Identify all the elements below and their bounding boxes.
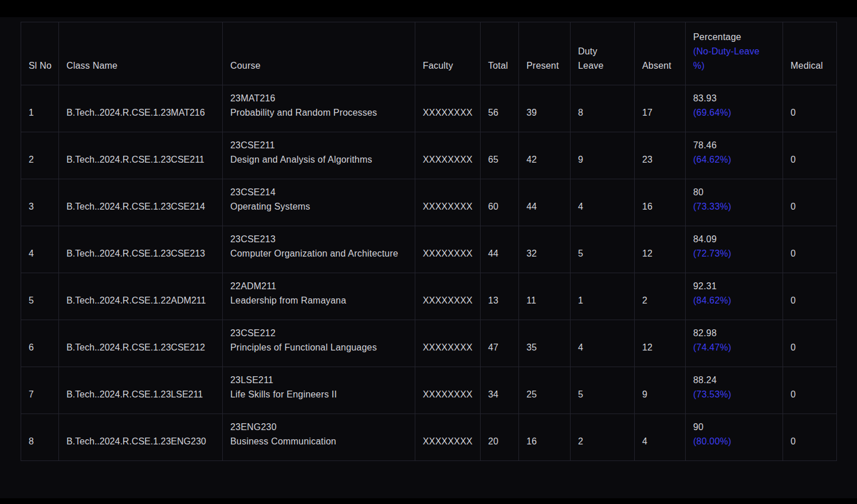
course-title: Operating Systems (230, 199, 401, 214)
course-title: Business Communication (230, 434, 401, 448)
cell-total: 65 (481, 132, 519, 179)
cell-present: 35 (519, 320, 571, 367)
cell-percentage: 83.93 (69.64%) (686, 85, 783, 132)
table-row[interactable]: 8 B.Tech..2024.R.CSE.1.23ENG230 23ENG230… (21, 414, 837, 461)
cell-absent: 9 (635, 367, 686, 414)
cell-percentage: 78.46 (64.62%) (686, 132, 783, 179)
cell-course: 23MAT216 Probability and Random Processe… (223, 85, 415, 132)
cell-class-name: B.Tech..2024.R.CSE.1.23CSE214 (59, 179, 223, 226)
table-body: 1 B.Tech..2024.R.CSE.1.23MAT216 23MAT216… (21, 85, 837, 461)
cell-sl-no: 2 (21, 132, 59, 179)
table-header: Sl No Class Name Course Faculty Total Pr… (21, 22, 837, 85)
cell-absent: 4 (635, 414, 686, 461)
cell-percentage: 88.24 (73.53%) (686, 367, 783, 414)
column-header-percentage: Percentage (No-Duty-Leave %) (686, 22, 783, 85)
cell-total: 13 (481, 273, 519, 320)
column-header-faculty: Faculty (415, 22, 481, 85)
cell-absent: 17 (635, 85, 686, 132)
column-header-course: Course (223, 22, 415, 85)
percentage-no-duty-value: (69.64%) (693, 105, 777, 120)
cell-class-name: B.Tech..2024.R.CSE.1.22ADM211 (59, 273, 223, 320)
table-row[interactable]: 3 B.Tech..2024.R.CSE.1.23CSE214 23CSE214… (21, 179, 837, 226)
percentage-value: 82.98 (693, 326, 777, 340)
column-header-present: Present (519, 22, 571, 85)
course-title: Computer Organization and Architecture (230, 246, 401, 261)
cell-present: 32 (519, 226, 571, 273)
percentage-no-duty-value: (84.62%) (693, 293, 777, 308)
course-title: Design and Analysis of Algorithms (230, 152, 401, 167)
table-row[interactable]: 7 B.Tech..2024.R.CSE.1.23LSE211 23LSE211… (21, 367, 837, 414)
cell-sl-no: 8 (21, 414, 59, 461)
column-header-sl-no: Sl No (21, 22, 59, 85)
cell-class-name: B.Tech..2024.R.CSE.1.23CSE212 (59, 320, 223, 367)
cell-sl-no: 3 (21, 179, 59, 226)
duty-leave-label: Duty Leave (578, 44, 615, 73)
cell-course: 22ADM211 Leadership from Ramayana (223, 273, 415, 320)
cell-medical: 0 (783, 320, 837, 367)
percentage-no-duty-value: (74.47%) (693, 340, 777, 355)
cell-faculty: XXXXXXXX (415, 132, 481, 179)
cell-duty-leave: 8 (571, 85, 635, 132)
cell-duty-leave: 5 (571, 367, 635, 414)
cell-duty-leave: 2 (571, 414, 635, 461)
cell-duty-leave: 1 (571, 273, 635, 320)
cell-medical: 0 (783, 367, 837, 414)
column-header-class-name: Class Name (59, 22, 223, 85)
cell-total: 56 (481, 85, 519, 132)
cell-class-name: B.Tech..2024.R.CSE.1.23CSE213 (59, 226, 223, 273)
course-code: 23LSE211 (230, 373, 401, 387)
cell-faculty: XXXXXXXX (415, 414, 481, 461)
cell-duty-leave: 4 (571, 320, 635, 367)
table-row[interactable]: 2 B.Tech..2024.R.CSE.1.23CSE211 23CSE211… (21, 132, 837, 179)
column-header-total: Total (481, 22, 519, 85)
percentage-value: 88.24 (693, 373, 777, 387)
cell-medical: 0 (783, 85, 837, 132)
cell-percentage: 90 (80.00%) (686, 414, 783, 461)
cell-absent: 23 (635, 132, 686, 179)
column-header-medical: Medical (783, 22, 837, 85)
cell-sl-no: 7 (21, 367, 59, 414)
cell-sl-no: 6 (21, 320, 59, 367)
course-title: Principles of Functional Languages (230, 340, 401, 355)
table-row[interactable]: 4 B.Tech..2024.R.CSE.1.23CSE213 23CSE213… (21, 226, 837, 273)
cell-course: 23CSE211 Design and Analysis of Algorith… (223, 132, 415, 179)
cell-present: 39 (519, 85, 571, 132)
header-row: Sl No Class Name Course Faculty Total Pr… (21, 22, 837, 85)
cell-sl-no: 5 (21, 273, 59, 320)
cell-absent: 16 (635, 179, 686, 226)
cell-faculty: XXXXXXXX (415, 226, 481, 273)
percentage-value: 83.93 (693, 91, 777, 105)
cell-course: 23CSE213 Computer Organization and Archi… (223, 226, 415, 273)
cell-total: 34 (481, 367, 519, 414)
cell-medical: 0 (783, 132, 837, 179)
column-header-duty-leave: Duty Leave (571, 22, 635, 85)
cell-medical: 0 (783, 273, 837, 320)
course-title: Leadership from Ramayana (230, 293, 401, 308)
course-code: 23MAT216 (230, 91, 401, 105)
percentage-value: 92.31 (693, 279, 777, 293)
cell-faculty: XXXXXXXX (415, 320, 481, 367)
cell-duty-leave: 4 (571, 179, 635, 226)
cell-present: 16 (519, 414, 571, 461)
cell-class-name: B.Tech..2024.R.CSE.1.23LSE211 (59, 367, 223, 414)
percentage-value: 78.46 (693, 138, 777, 152)
cell-percentage: 80 (73.33%) (686, 179, 783, 226)
course-title: Life Skills for Engineers II (230, 387, 401, 401)
cell-present: 42 (519, 132, 571, 179)
cell-course: 23ENG230 Business Communication (223, 414, 415, 461)
column-header-absent: Absent (635, 22, 686, 85)
cell-class-name: B.Tech..2024.R.CSE.1.23ENG230 (59, 414, 223, 461)
table-row[interactable]: 6 B.Tech..2024.R.CSE.1.23CSE212 23CSE212… (21, 320, 837, 367)
table-row[interactable]: 1 B.Tech..2024.R.CSE.1.23MAT216 23MAT216… (21, 85, 837, 132)
table-row[interactable]: 5 B.Tech..2024.R.CSE.1.22ADM211 22ADM211… (21, 273, 837, 320)
cell-percentage: 82.98 (74.47%) (686, 320, 783, 367)
cell-present: 25 (519, 367, 571, 414)
cell-sl-no: 1 (21, 85, 59, 132)
cell-faculty: XXXXXXXX (415, 85, 481, 132)
percentage-label: Percentage (693, 30, 769, 44)
cell-absent: 2 (635, 273, 686, 320)
cell-medical: 0 (783, 179, 837, 226)
cell-medical: 0 (783, 414, 837, 461)
percentage-no-duty-value: (80.00%) (693, 434, 777, 448)
course-title: Probability and Random Processes (230, 105, 401, 120)
